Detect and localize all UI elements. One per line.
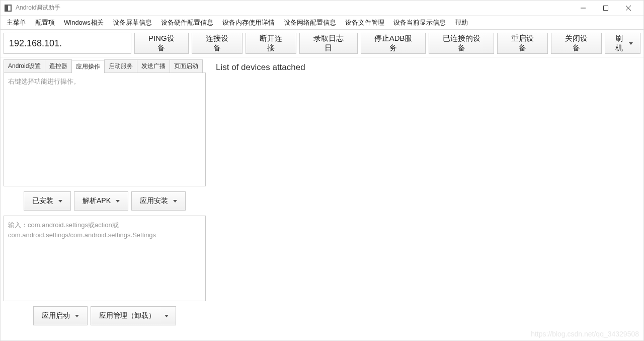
stop-adb-label: 停止ADB服务 [372, 34, 415, 53]
disconnect-label: 断开连接 [257, 34, 285, 53]
flash-label: 刷机 [612, 34, 626, 53]
shutdown-button[interactable]: 关闭设备 [551, 33, 602, 54]
mid-button-row: 已安装 解析APK 应用安装 [4, 186, 206, 216]
tab-app-operation[interactable]: 应用操作 [71, 60, 105, 73]
upper-panel[interactable]: 右键选择功能进行操作。 [4, 73, 206, 186]
launch-app-label: 应用启动 [42, 311, 70, 320]
stop-adb-button[interactable]: 停止ADB服务 [361, 33, 426, 54]
tab-page-launch[interactable]: 页面启动 [170, 59, 203, 73]
chevron-down-icon [629, 42, 633, 45]
connected-devices-button[interactable]: 已连接的设备 [429, 33, 494, 54]
chevron-down-icon [75, 315, 79, 317]
chevron-down-icon [116, 200, 120, 202]
chevron-down-icon [58, 200, 62, 202]
menu-file-manage[interactable]: 设备文件管理 [344, 17, 385, 28]
chevron-down-icon [173, 200, 177, 202]
menu-network-info[interactable]: 设备网络配置信息 [283, 17, 337, 28]
menu-windows[interactable]: Windows相关 [63, 17, 105, 28]
window-controls [572, 1, 639, 16]
menu-help[interactable]: 帮助 [454, 17, 469, 28]
output-panel: List of devices attached [209, 57, 643, 341]
installed-label: 已安装 [32, 196, 53, 206]
menu-memory-info[interactable]: 设备内存使用详情 [221, 17, 276, 28]
toolbar: PING设备 连接设备 断开连接 录取日志日 停止ADB服务 已连接的设备 重启… [1, 30, 643, 57]
close-button[interactable] [617, 1, 639, 16]
chevron-down-icon [165, 315, 169, 317]
menu-main[interactable]: 主菜单 [6, 17, 27, 28]
lower-panel[interactable]: 输入：com.android.settings或action或com.andro… [4, 216, 206, 301]
tab-start-service[interactable]: 启动服务 [104, 59, 137, 73]
record-log-button[interactable]: 录取日志日 [299, 33, 357, 54]
menu-hardware-info[interactable]: 设备硬件配置信息 [160, 17, 214, 28]
flash-button[interactable]: 刷机 [605, 33, 640, 54]
minimize-button[interactable] [572, 1, 594, 16]
install-app-button[interactable]: 应用安装 [131, 191, 186, 211]
menubar: 主菜单 配置项 Windows相关 设备屏幕信息 设备硬件配置信息 设备内存使用… [1, 16, 643, 30]
ping-label: PING设备 [146, 34, 177, 53]
maximize-button[interactable] [594, 1, 617, 16]
tab-send-broadcast[interactable]: 发送广播 [137, 59, 170, 73]
connect-button[interactable]: 连接设备 [192, 33, 243, 54]
content-area: Android设置 遥控器 应用操作 启动服务 发送广播 页面启动 右键选择功能… [1, 57, 643, 341]
ping-button[interactable]: PING设备 [134, 33, 189, 54]
connect-label: 连接设备 [203, 34, 231, 53]
app-manage-label: 应用管理（卸载） [99, 311, 155, 320]
parse-apk-button[interactable]: 解析APK [74, 191, 128, 211]
titlebar: Android调试助手 [1, 1, 643, 16]
install-app-label: 应用安装 [140, 196, 168, 206]
app-manage-button[interactable]: 应用管理（卸载） [91, 306, 176, 325]
left-panel: Android设置 遥控器 应用操作 启动服务 发送广播 页面启动 右键选择功能… [1, 57, 209, 341]
reboot-label: 重启设备 [509, 34, 536, 53]
output-text: List of devices attached [216, 62, 636, 73]
tab-remote[interactable]: 遥控器 [45, 59, 72, 73]
shutdown-label: 关闭设备 [562, 34, 590, 53]
app-icon [5, 5, 12, 12]
window-title: Android调试助手 [16, 4, 572, 12]
menu-config[interactable]: 配置项 [34, 17, 56, 28]
svg-rect-1 [603, 6, 608, 10]
menu-display-info[interactable]: 设备当前显示信息 [392, 17, 447, 28]
reboot-button[interactable]: 重启设备 [497, 33, 548, 54]
minimize-icon [581, 6, 586, 11]
disconnect-button[interactable]: 断开连接 [246, 33, 296, 54]
maximize-icon [603, 6, 608, 11]
tabbar: Android设置 遥控器 应用操作 启动服务 发送广播 页面启动 [4, 59, 206, 73]
close-icon [626, 6, 631, 11]
connected-devices-label: 已连接的设备 [440, 34, 482, 53]
menu-screen-info[interactable]: 设备屏幕信息 [112, 17, 153, 28]
parse-apk-label: 解析APK [83, 196, 111, 206]
record-log-label: 录取日志日 [311, 34, 346, 53]
launch-app-button[interactable]: 应用启动 [33, 306, 88, 325]
installed-button[interactable]: 已安装 [24, 191, 71, 211]
tab-android-settings[interactable]: Android设置 [4, 59, 45, 73]
bottom-button-row: 应用启动 应用管理（卸载） [4, 301, 206, 330]
ip-input[interactable] [4, 33, 131, 54]
